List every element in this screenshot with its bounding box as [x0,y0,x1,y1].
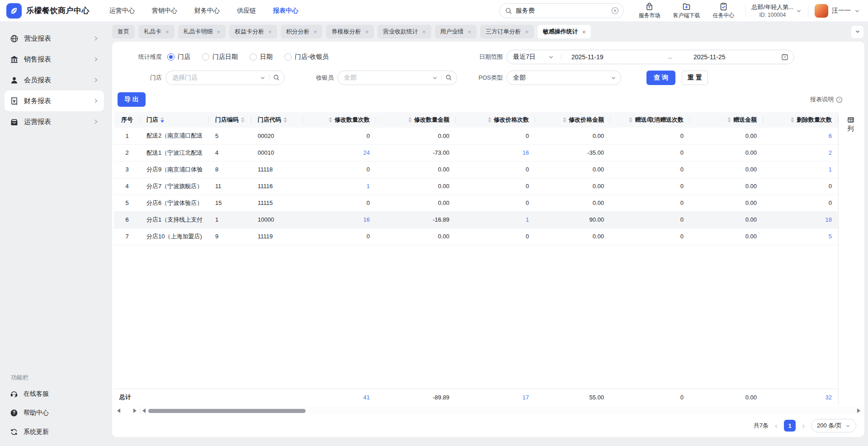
dimension-radio-option[interactable]: 日期 [250,53,273,61]
column-header[interactable]: 赠送金额 [690,112,763,128]
column-header[interactable]: 删除数量次数 [763,112,838,128]
table-cell[interactable]: 5 [763,228,838,245]
table-row[interactable]: 6分店1（支持线上支付11000016-16.89190.0000.0018 [114,211,838,228]
tab[interactable]: 积分分析× [281,25,323,38]
scroll-left-icon[interactable] [117,408,120,413]
close-icon[interactable]: × [525,28,528,35]
table-row[interactable]: 7分店10（上海加盟店)91111900.0000.0000.005 [114,228,838,245]
user-menu[interactable]: 汪一一 [815,4,860,18]
store-select[interactable]: 选择门店 [165,71,285,85]
tab[interactable]: 三方订单分析× [480,25,534,38]
table-cell[interactable]: 1 [303,178,376,195]
table-row[interactable]: 3分店9（南京浦口体验81111800.0000.0000.001 [114,161,838,178]
search-icon[interactable] [445,74,452,81]
table-cell[interactable]: 6 [763,128,838,144]
close-icon[interactable]: × [217,28,221,35]
sidebar-item-system-update[interactable]: 系统更新 [5,422,104,441]
close-icon[interactable]: × [268,28,272,35]
sidebar-item-online-support[interactable]: 在线客服 [5,384,104,403]
column-header[interactable]: 修改数量金额 [376,112,456,128]
scroll-right-icon[interactable] [133,408,137,413]
sidebar-item-member-reports[interactable]: 会员报表 [5,70,104,90]
table-cell[interactable]: 16 [303,211,376,228]
nav-marketing-center[interactable]: 营销中心 [152,7,177,15]
dimension-radio-option[interactable]: 门店-收银员 [284,53,329,61]
close-icon[interactable]: × [314,28,317,35]
table-cell[interactable]: 24 [303,144,376,161]
table-cell[interactable]: 1 [456,211,535,228]
current-page-button[interactable]: 1 [784,420,796,432]
sidebar-item-business-reports[interactable]: 营业报表 [5,28,104,49]
nav-operations-center[interactable]: 运营中心 [109,7,135,15]
close-icon[interactable]: × [365,28,368,35]
sidebar-item-finance-reports[interactable]: 财务报表 [5,90,104,111]
dimension-radio-option[interactable]: 门店 [167,53,190,61]
column-header[interactable]: 修改数量次数 [303,112,376,128]
pos-type-select[interactable]: 全部 [506,71,621,85]
prev-page-icon[interactable]: ‹ [775,422,778,430]
tab[interactable]: 首页 [112,25,135,38]
export-button[interactable]: 导 出 [118,92,146,107]
nav-finance-center[interactable]: 财务中心 [194,7,220,15]
sidebar-item-operations-reports[interactable]: 运营报表 [5,111,104,132]
scrollbar-track[interactable] [140,407,863,414]
scroll-right-icon[interactable] [857,408,860,413]
close-icon[interactable]: × [422,28,426,35]
tab[interactable]: 营业收款统计× [377,25,431,38]
scrollbar-thumb[interactable] [148,409,306,413]
table-cell[interactable]: 18 [763,211,838,228]
date-start-value[interactable]: 2025-11-19 [571,53,666,61]
table-row[interactable]: 2配送1（宁波江北配送40001024-73.0016-35.0000.002 [114,144,838,161]
date-end-value[interactable]: 2025-11-25 [693,53,781,61]
table-row[interactable]: 1配送2（南京浦口配送50002000.0000.0000.006 [114,128,838,144]
tab[interactable]: 券模板分析× [326,25,374,38]
date-range-picker[interactable]: 最近7日 2025-11-19 → 2025-11-25 [506,50,794,64]
column-header[interactable]: 赠送/取消赠送次数 [610,112,690,128]
nav-supply-chain[interactable]: 供应链 [237,7,256,15]
dimension-radio-option[interactable]: 门店日期 [202,53,238,61]
tab-overflow-button[interactable] [851,26,863,38]
clear-icon[interactable] [611,7,619,14]
table-cell[interactable]: 2 [763,144,838,161]
tab[interactable]: 礼品卡明细× [178,25,226,38]
quick-action-task-center[interactable]: 任务中心 [705,2,742,19]
reset-button[interactable]: 重 置 [682,71,708,85]
quick-action-service-market[interactable]: 服务市场 [631,2,668,19]
table-row[interactable]: 4分店7（宁波旗舰店）111111610.0000.0000.000 [114,178,838,195]
nav-report-center[interactable]: 报表中心 [273,7,298,15]
column-header[interactable]: 门店编码 [209,112,251,128]
date-preset-select[interactable]: 最近7日 [507,53,557,61]
scroll-left-icon[interactable] [142,408,146,413]
tab[interactable]: 礼品卡× [138,25,175,38]
summary-cell[interactable]: 32 [763,389,838,405]
report-info-link[interactable]: 报表说明 ? [810,95,843,104]
org-selector[interactable]: 总部/年轻人第... ID: 100004 [752,3,802,18]
column-header[interactable]: 修改价格次数 [456,112,535,128]
global-search[interactable] [499,3,624,18]
summary-cell[interactable]: 41 [303,389,376,405]
tab[interactable]: 用户业绩× [435,25,477,38]
search-input[interactable] [516,7,611,14]
column-header[interactable]: 修改价格金额 [535,112,610,128]
sidebar-item-sales-reports[interactable]: 销售报表 [5,49,104,70]
tab[interactable]: 权益卡分析× [229,25,277,38]
close-icon[interactable]: × [468,28,472,35]
summary-cell[interactable]: 17 [456,389,535,405]
brand-logo-icon[interactable] [6,3,22,19]
query-button[interactable]: 查 询 [646,71,675,85]
sidebar-item-help-center[interactable]: ? 帮助中心 [5,403,104,422]
table-row[interactable]: 5分店6（宁波体验店）151111500.0000.0000.000 [114,195,838,211]
close-icon[interactable]: × [582,28,586,35]
tab[interactable]: 敏感操作统计× [538,25,591,38]
quick-action-client-download[interactable]: 客户端下载 [668,2,705,19]
column-header[interactable]: 门店代码 [251,112,303,128]
next-page-icon[interactable]: › [802,422,805,430]
cashier-select[interactable]: 全部 [337,71,457,85]
table-cell[interactable]: 1 [763,161,838,178]
column-header[interactable]: 门店 [140,112,209,128]
column-settings-panel[interactable]: 列 [838,112,863,405]
close-icon[interactable]: × [165,28,169,35]
page-size-select[interactable]: 200 条/页 [811,419,856,432]
search-icon[interactable] [273,74,280,81]
table-cell[interactable]: 16 [456,144,535,161]
